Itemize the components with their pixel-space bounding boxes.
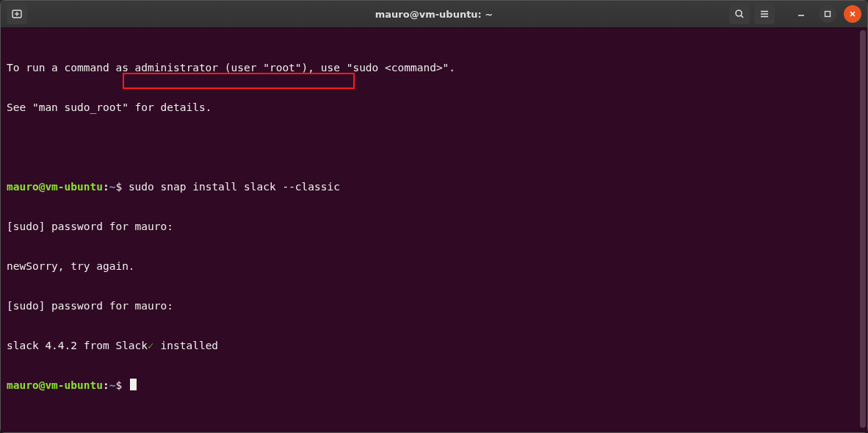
sudo-line-1: [sudo] password for mauro: — [7, 220, 861, 233]
svg-rect-9 — [825, 12, 831, 17]
prompt-dollar-2: $ — [115, 379, 122, 391]
minimize-icon — [797, 10, 806, 18]
maximize-button[interactable] — [819, 5, 836, 23]
motd-line-1: To run a command as administrator (user … — [7, 61, 861, 74]
svg-line-4 — [741, 15, 743, 18]
install-suffix: installed — [154, 340, 218, 351]
install-result-line: slack 4.4.2 from Slack✓ installed — [7, 339, 861, 352]
motd-line-2: See "man sudo_root" for details. — [7, 101, 861, 114]
close-icon — [849, 10, 856, 18]
minimize-button[interactable] — [791, 5, 811, 23]
prompt-colon-2: : — [103, 379, 109, 391]
new-tab-button[interactable] — [7, 4, 27, 24]
prompt-dollar: $ — [115, 181, 122, 193]
prompt-user-host: mauro@vm-ubuntu — [7, 181, 103, 193]
checkmark-icon: ✓ — [148, 340, 154, 351]
hamburger-icon — [759, 8, 770, 20]
prompt-line-2: mauro@vm-ubuntu:~$ — [7, 379, 861, 392]
cursor-block — [130, 379, 137, 390]
search-button[interactable] — [729, 4, 750, 24]
prompt-user-host-2: mauro@vm-ubuntu — [7, 379, 103, 391]
sorry-line: newSorry, try again. — [7, 260, 861, 273]
scrollbar-thumb[interactable] — [860, 30, 866, 428]
svg-point-3 — [736, 10, 742, 16]
titlebar: mauro@vm-ubuntu: ~ — [1, 1, 867, 28]
install-prefix: slack 4.4.2 from Slack — [7, 340, 148, 351]
prompt-line-1: mauro@vm-ubuntu:~$ sudo snap install sla… — [7, 180, 861, 193]
search-icon — [734, 8, 745, 20]
prompt-colon: : — [103, 181, 109, 193]
scrollbar[interactable] — [859, 30, 867, 428]
close-button[interactable] — [844, 5, 861, 23]
terminal-window: mauro@vm-ubuntu: ~ — [0, 0, 868, 433]
sudo-line-2: [sudo] password for mauro: — [7, 299, 861, 312]
terminal-content[interactable]: To run a command as administrator (user … — [1, 27, 867, 432]
blank-line — [7, 140, 861, 154]
maximize-icon — [824, 10, 831, 18]
menu-button[interactable] — [754, 4, 775, 24]
new-tab-icon — [11, 8, 23, 20]
command-text: sudo snap install slack --classic — [129, 181, 340, 193]
